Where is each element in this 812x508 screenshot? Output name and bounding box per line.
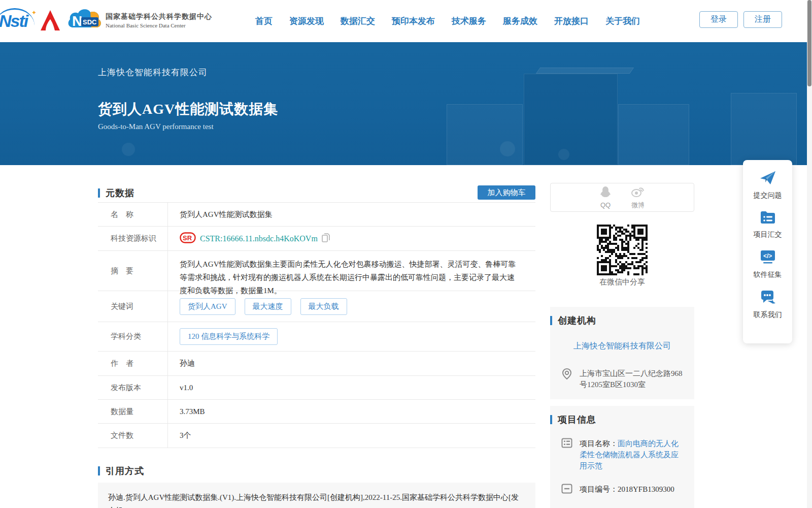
- submit-question-label: 提交问题: [754, 191, 782, 200]
- nav-item-open-api[interactable]: 开放接口: [554, 15, 589, 27]
- row-label: 学科分类: [98, 322, 168, 351]
- row-value: SR CSTR:16666.11.nbsdc.h4KoKOVm: [168, 227, 535, 250]
- metadata-section-title: 元数据: [106, 187, 134, 199]
- section-accent-bar: [98, 188, 100, 198]
- contact-us-button[interactable]: 联系我们: [743, 279, 792, 320]
- citation-text: 孙迪.货到人AGV性能测试数据集.(V1).上海快仓智能科技有限公司[创建机构]…: [98, 483, 535, 508]
- row-label: 发布版本: [98, 376, 168, 399]
- project-code-label: 项目编号：: [580, 485, 618, 493]
- metadata-section-header: 元数据: [98, 187, 134, 199]
- creator-address: 上海市宝山区一二八纪念路968号1205室B区1030室: [580, 368, 684, 390]
- page-scrollbar: [807, 0, 812, 508]
- section-accent-bar: [98, 466, 100, 475]
- copy-icon[interactable]: [322, 233, 330, 244]
- cstr-logo-icon: SR: [180, 232, 196, 245]
- banner-cube-decoration: [731, 93, 797, 165]
- table-row-author: 作 者 孙迪: [98, 352, 535, 376]
- row-value: 货到人AGV性能测试数据集: [168, 203, 535, 226]
- floating-action-panel: 提交问题 项目汇交 </> 软件征集: [743, 160, 792, 343]
- nsti-logo-text: Nsti: [0, 11, 27, 31]
- row-label: 文件数: [98, 424, 168, 448]
- table-row-size: 数据量 3.73MB: [98, 400, 535, 424]
- row-label: 摘 要: [98, 251, 168, 291]
- banner-bubble-decoration: [558, 149, 569, 160]
- nav-item-preprint[interactable]: 预印本发布: [392, 15, 435, 27]
- keyword-tag[interactable]: 货到人AGV: [180, 298, 235, 315]
- hero-banner: 上海快仓智能科技有限公司 货到人AGV性能测试数据集 Goods-to-Man …: [0, 42, 812, 165]
- subject-classification-tag[interactable]: 120 信息科学与系统科学: [180, 328, 278, 345]
- software-collection-label: 软件征集: [754, 270, 782, 279]
- project-info-card: 项目信息 项目名称：面向电商的无人化柔性仓储物流机器人系统及应用示范: [550, 406, 694, 508]
- nav-item-resource-discovery[interactable]: 资源发现: [289, 15, 324, 27]
- svg-text:SR: SR: [183, 234, 192, 242]
- citation-section-header: 引用方式: [98, 465, 144, 477]
- banner-bubble-decoration: [500, 141, 515, 156]
- banner-cube-decoration: [447, 104, 523, 165]
- nav-item-tech-service[interactable]: 技术服务: [452, 15, 486, 27]
- row-label: 数据量: [98, 400, 168, 423]
- nsti-star-icon: ✦: [31, 9, 37, 16]
- location-pin-icon: [561, 368, 572, 390]
- keyword-tag[interactable]: 最大速度: [245, 298, 291, 315]
- creator-org-link[interactable]: 上海快仓智能科技有限公司: [550, 341, 694, 352]
- login-button[interactable]: 登录: [699, 11, 738, 28]
- share-weibo-button[interactable]: 微博: [631, 185, 645, 210]
- scrollbar-thumb[interactable]: [807, 0, 811, 86]
- nsdc-logo-text: 国家基础学科公共科学数据中心 National Basic Science Da…: [106, 12, 212, 28]
- project-code-item: 项目编号：2018YFB1309300: [561, 484, 685, 496]
- table-row-version: 发布版本 v1.0: [98, 376, 535, 400]
- row-label: 科技资源标识: [98, 227, 168, 250]
- register-button[interactable]: 注册: [743, 11, 782, 28]
- nsdc-cloud-logo: N SDC 国家基础学科公共科学数据中心 National Basic Scie…: [66, 7, 212, 34]
- section-accent-bar: [550, 415, 552, 424]
- table-row-keywords: 关键词 货到人AGV 最大速度 最大负载: [98, 291, 535, 322]
- creator-address-row: 上海市宝山区一二八纪念路968号1205室B区1030室: [561, 368, 684, 390]
- dataset-title: 货到人AGV性能测试数据集: [98, 100, 278, 119]
- code-screen-icon: </>: [759, 249, 776, 267]
- add-to-cart-button[interactable]: 加入购物车: [478, 185, 535, 200]
- share-qq-button[interactable]: QQ: [600, 186, 611, 209]
- row-value: 3.73MB: [168, 400, 535, 423]
- software-collection-button[interactable]: </> 软件征集: [743, 239, 792, 279]
- row-label: 关键词: [98, 291, 168, 322]
- table-row-abstract: 摘 要 货到人AGV性能测试数据集主要面向柔性无人化仓对包裹移动搬运、快捷部署、…: [98, 251, 535, 291]
- main-nav: 首页 资源发现 数据汇交 预印本发布 技术服务 服务成效 开放接口 关于我们: [255, 0, 640, 42]
- creator-card-header: 创建机构: [550, 307, 694, 327]
- nav-item-home[interactable]: 首页: [255, 15, 273, 27]
- auth-buttons: 登录 注册: [699, 11, 782, 28]
- table-row-cstr: 科技资源标识 SR CSTR:16666.11.nbsdc.h4KoKOVm: [98, 227, 535, 251]
- dataset-organization: 上海快仓智能科技有限公司: [98, 67, 208, 78]
- table-row-name: 名 称 货到人AGV性能测试数据集: [98, 203, 535, 227]
- contact-us-label: 联系我们: [754, 310, 782, 320]
- banner-cube-decoration: [536, 68, 634, 74]
- project-code-icon: [561, 484, 572, 496]
- page: Nsti ✦ N SDC 国家基础学科公共科学数据中心 National Bas…: [0, 0, 812, 508]
- nav-item-about-us[interactable]: 关于我们: [605, 15, 640, 27]
- project-submission-button[interactable]: 项目汇交: [743, 200, 792, 239]
- dataset-subtitle: Goods-to-Man AGV performance test: [98, 122, 214, 131]
- nsdc-n-letter: N: [72, 13, 82, 29]
- nsdc-sdc-letters: SDC: [83, 18, 97, 26]
- row-label: 作 者: [98, 352, 168, 375]
- nsti-logo: Nsti ✦: [0, 8, 36, 34]
- row-value: 货到人AGV性能测试数据集主要面向柔性无人化仓对包裹移动搬运、快捷部署、灵活可变…: [168, 251, 535, 291]
- share-qq-label: QQ: [600, 201, 611, 209]
- project-card-header: 项目信息: [550, 406, 694, 426]
- row-value: 3个: [168, 424, 535, 448]
- project-section-title: 项目信息: [558, 414, 596, 426]
- nsdc-name-en: National Basic Science Data Center: [106, 22, 212, 28]
- nav-item-service-results[interactable]: 服务成效: [503, 15, 537, 27]
- top-header: Nsti ✦ N SDC 国家基础学科公共科学数据中心 National Bas…: [0, 0, 812, 42]
- creator-card: 创建机构 上海快仓智能科技有限公司 上海市宝山区一二八纪念路968号1205室B…: [550, 307, 694, 399]
- submit-question-button[interactable]: 提交问题: [743, 160, 792, 200]
- share-weibo-label: 微博: [631, 201, 645, 210]
- cstr-identifier-link[interactable]: CSTR:16666.11.nbsdc.h4KoKOVm: [200, 234, 318, 243]
- banner-bubble-decoration: [122, 143, 135, 156]
- project-name-item: 项目名称：面向电商的无人化柔性仓储物流机器人系统及应用示范: [561, 438, 685, 471]
- nav-item-data-submission[interactable]: 数据汇交: [341, 15, 375, 27]
- table-row-file-count: 文件数 3个: [98, 424, 535, 448]
- weibo-icon: [631, 185, 645, 200]
- keyword-tag[interactable]: 最大负载: [300, 298, 347, 315]
- banner-cube-decoration: [524, 74, 618, 165]
- project-name-text: 项目名称：面向电商的无人化柔性仓储物流机器人系统及应用示范: [580, 438, 685, 471]
